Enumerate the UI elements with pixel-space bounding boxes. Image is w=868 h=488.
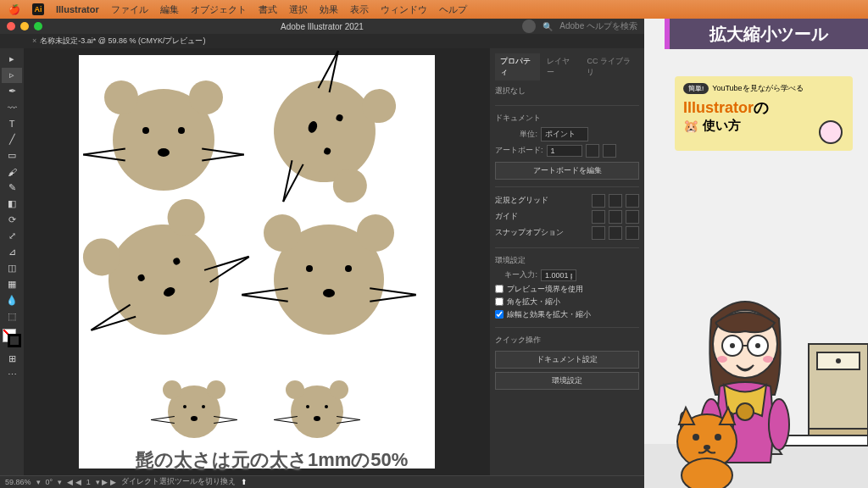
menu-window[interactable]: ウィンドウ — [381, 3, 427, 16]
canvas[interactable] — [24, 48, 490, 475]
cat-mascot — [669, 395, 745, 488]
checkbox-scale-corners[interactable]: 角を拡大・縮小 — [495, 297, 639, 308]
brush-tool[interactable]: 🖌 — [2, 164, 22, 180]
svg-point-15 — [763, 356, 773, 363]
grid-icon[interactable] — [609, 194, 622, 208]
video-title-banner: 拡大縮小ツール — [665, 19, 868, 49]
scale-tool[interactable]: ⤢ — [2, 229, 22, 244]
type-tool[interactable]: T — [2, 116, 22, 131]
selection-tool[interactable]: ▸ — [2, 52, 22, 67]
snap-pixel-icon[interactable] — [626, 226, 639, 240]
ruler-icon[interactable] — [592, 194, 605, 208]
tab-layers[interactable]: レイヤー — [542, 53, 580, 80]
artboard-nav[interactable]: 1 — [86, 478, 91, 486]
guide-lock-icon[interactable] — [609, 210, 622, 224]
document-tab[interactable]: 名称未設定-3.ai* @ 59.86 % (CMYK/プレビュー) — [25, 36, 212, 47]
menu-help[interactable]: ヘルプ — [439, 3, 467, 16]
transparency-grid-icon[interactable] — [626, 194, 639, 208]
snap-grid-icon[interactable] — [609, 226, 622, 240]
status-bar: 59.86% ▾ 0° ▾ ◀ ◀ 1 ▾ ▶ ▶ ダイレクト選択ツールを切り換… — [0, 475, 644, 488]
selection-status: 選択なし — [495, 86, 639, 97]
artboard-next-icon[interactable] — [603, 144, 616, 158]
line-tool[interactable]: ╱ — [2, 132, 22, 147]
edit-toolbar[interactable]: ⋯ — [2, 368, 22, 383]
search-placeholder[interactable]: Adobe ヘルプを検索 — [559, 20, 637, 32]
promo-subtitle: 使い方 — [703, 118, 741, 134]
svg-point-23 — [682, 458, 732, 488]
unit-select[interactable]: ポイント — [541, 127, 588, 141]
svg-point-13 — [755, 343, 760, 348]
menu-bar: 🍎 Ai Illustrator ファイル 編集 オブジェクト 書式 選択 効果… — [0, 0, 868, 19]
app-menu[interactable]: Illustrator — [56, 4, 99, 14]
artboard-number[interactable]: 1 — [547, 145, 582, 157]
guides-label: ガイド — [495, 211, 518, 222]
toolbar: ▸ ▹ ✒ 〰 T ╱ ▭ 🖌 ✎ ◧ ⟳ ⤢ ⊿ ◫ ▦ 💧 ⬚ ⊞ ⋯ — [0, 48, 24, 475]
artboard[interactable] — [79, 55, 435, 469]
tutorial-caption: 髭の太さは元の太さ1mmの50% — [136, 447, 408, 473]
promo-avatar-icon — [819, 120, 843, 144]
checkbox-preview-bounds[interactable]: プレビュー境界を使用 — [495, 284, 639, 295]
promo-tagline: YouTubeを見ながら学べる — [712, 83, 803, 94]
artboard-prev-icon[interactable] — [586, 144, 599, 158]
menu-edit[interactable]: 編集 — [160, 3, 179, 16]
search-icon[interactable]: 🔍 — [542, 22, 553, 31]
prefs-label: 環境設定 — [495, 255, 639, 266]
menu-view[interactable]: 表示 — [350, 3, 369, 16]
guide-smart-icon[interactable] — [626, 210, 639, 224]
unit-label: 単位: — [495, 129, 537, 140]
rectangle-tool[interactable]: ▭ — [2, 148, 22, 164]
tab-properties[interactable]: プロパティ — [495, 53, 540, 80]
svg-point-21 — [715, 434, 721, 441]
ruler-grid-label: 定規とグリッド — [495, 195, 548, 206]
apple-icon[interactable]: 🍎 — [8, 4, 20, 15]
curvature-tool[interactable]: 〰 — [2, 100, 22, 115]
eyedropper-tool[interactable]: 💧 — [2, 293, 22, 308]
width-tool[interactable]: ⊿ — [2, 245, 22, 260]
svg-point-12 — [730, 343, 735, 348]
snap-point-icon[interactable] — [592, 226, 605, 240]
rotate-value[interactable]: 0° — [46, 478, 53, 486]
menu-select[interactable]: 選択 — [289, 3, 308, 16]
tab-cc-libraries[interactable]: CC ライブラリ — [581, 53, 639, 80]
user-avatar[interactable] — [522, 19, 536, 33]
snap-label: スナップオプション — [495, 227, 564, 238]
key-input-field[interactable] — [541, 269, 576, 281]
svg-point-18 — [769, 399, 789, 450]
promo-brand: Illustrator — [683, 99, 754, 116]
promo-badge: 簡単! — [683, 83, 709, 94]
gradient-tool[interactable]: ▦ — [2, 277, 22, 292]
svg-point-2 — [836, 358, 841, 363]
direct-selection-tool[interactable]: ▹ — [2, 68, 22, 83]
menu-file[interactable]: ファイル — [111, 3, 148, 16]
pencil-tool[interactable]: ✎ — [2, 180, 22, 196]
properties-panel: プロパティ レイヤー CC ライブラリ 選択なし ドキュメント 単位: ポイント… — [490, 48, 644, 475]
pen-tool[interactable]: ✒ — [2, 84, 22, 99]
svg-point-14 — [717, 356, 727, 363]
fill-stroke-swatch[interactable] — [3, 329, 21, 347]
eraser-tool[interactable]: ◧ — [2, 197, 22, 212]
zoom-level[interactable]: 59.86% — [5, 478, 31, 486]
tool-hint: ダイレクト選択ツールを切り換え — [121, 476, 236, 487]
key-input-label: キー入力: — [495, 269, 537, 280]
preferences-button[interactable]: 環境設定 — [495, 372, 639, 390]
quick-actions-label: クイック操作 — [495, 335, 639, 346]
menu-object[interactable]: オブジェクト — [191, 3, 247, 16]
checkbox-scale-strokes[interactable]: 線幅と効果を拡大・縮小 — [495, 309, 639, 320]
edit-artboards-button[interactable]: アートボードを編集 — [495, 162, 639, 180]
screen-mode[interactable]: ⊞ — [2, 352, 22, 367]
document-setup-button[interactable]: ドキュメント設定 — [495, 351, 639, 369]
free-transform-tool[interactable]: ◫ — [2, 261, 22, 276]
guide-show-icon[interactable] — [592, 210, 605, 224]
window-titlebar: Adobe Illustrator 2021 🔍 Adobe ヘルプを検索 — [0, 19, 644, 34]
menu-type[interactable]: 書式 — [259, 3, 277, 16]
blend-tool[interactable]: ⬚ — [2, 309, 22, 324]
promo-card: 簡単! YouTubeを見ながら学べる Illustratorの 🐹 使い方 — [675, 76, 853, 151]
document-tabs: 名称未設定-3.ai* @ 59.86 % (CMYK/プレビュー) — [0, 34, 644, 48]
menu-effect[interactable]: 効果 — [320, 3, 338, 16]
rotate-tool[interactable]: ⟳ — [2, 213, 22, 228]
document-section-label: ドキュメント — [495, 113, 639, 124]
stroke-swatch[interactable] — [8, 334, 21, 347]
svg-point-20 — [693, 434, 699, 441]
artboard-label: アートボード: — [495, 145, 543, 156]
svg-point-22 — [704, 445, 710, 450]
